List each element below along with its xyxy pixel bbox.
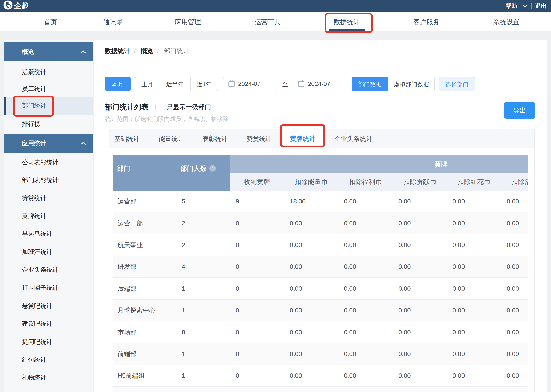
- svg-text:?: ?: [211, 166, 214, 171]
